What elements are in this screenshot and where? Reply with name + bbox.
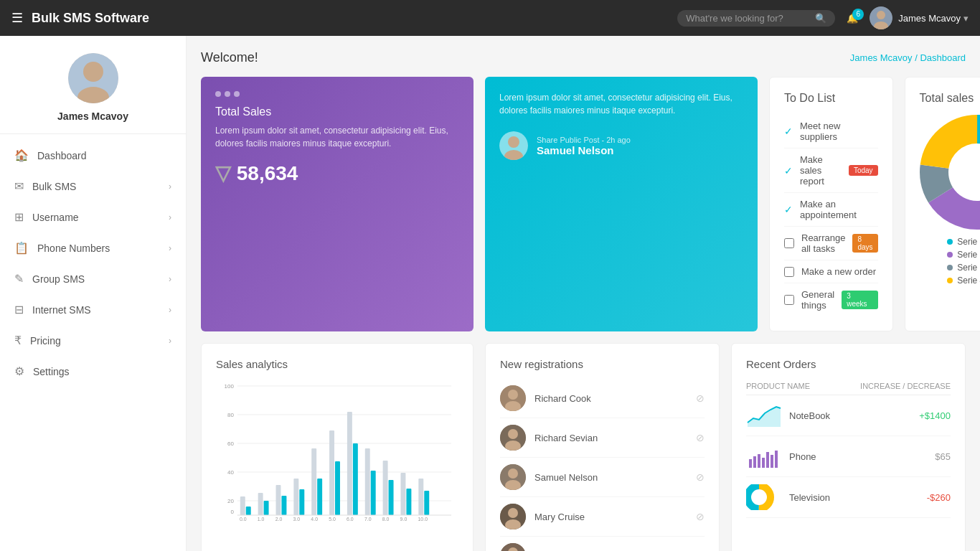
- svg-rect-44: [406, 489, 411, 515]
- post-card: Lorem ipsum dolor sit amet, consectetur …: [485, 77, 758, 331]
- header-username: James Mcavoy: [898, 13, 961, 24]
- svg-rect-38: [353, 443, 358, 515]
- check-icon: ✓: [784, 204, 793, 215]
- svg-text:10.0: 10.0: [418, 517, 428, 522]
- sidebar-label-bulk-sms: Bulk SMS: [32, 181, 169, 192]
- svg-text:5.0: 5.0: [329, 517, 336, 522]
- registrations-title: New registrations: [500, 358, 705, 370]
- svg-point-60: [508, 390, 518, 400]
- post-user: Share Public Post - 2h ago Samuel Nelson: [499, 131, 743, 160]
- registrations-card: New registrations Richard Cook ⊘ Richard…: [485, 343, 720, 551]
- col-change-header: INCREASE / DECREASE: [860, 382, 951, 390]
- reg-name-1: Richard Cook: [534, 393, 687, 404]
- legend-serie4: Serie 4: 23%: [947, 276, 980, 286]
- svg-rect-29: [276, 485, 281, 515]
- svg-text:40: 40: [227, 469, 234, 476]
- sidebar-item-internet-sms[interactable]: ⊟ Internet SMS ›: [0, 294, 186, 325]
- order-name-3: Television: [789, 492, 920, 503]
- todo-checkbox-4[interactable]: [784, 238, 794, 248]
- search-input[interactable]: [686, 13, 815, 24]
- sidebar-item-dashboard[interactable]: 🏠 Dashboard: [0, 140, 186, 171]
- legend-label-4: Serie 4: 23%: [957, 276, 980, 286]
- sales-chart-title: Total sales: [920, 92, 980, 105]
- dot-3: [234, 91, 240, 97]
- svg-text:4.0: 4.0: [311, 517, 318, 522]
- sidebar-label-group-sms: Group SMS: [32, 273, 169, 285]
- sidebar-item-phone-numbers[interactable]: 📋 Phone Numbers ›: [0, 232, 186, 263]
- notification-bell[interactable]: 🔔 6: [847, 13, 858, 24]
- orders-header: PRODUCT NAME INCREASE / DECREASE: [746, 377, 951, 395]
- internet-sms-icon: ⊟: [14, 303, 24, 316]
- sidebar-label-pricing: Pricing: [30, 335, 169, 347]
- svg-text:0.0: 0.0: [240, 517, 247, 522]
- user-menu[interactable]: James Mcavoy ▾: [870, 6, 969, 29]
- reg-action-icon-4[interactable]: ⊘: [696, 511, 705, 522]
- analytics-card: Sales analytics 100 80 60 40: [201, 343, 473, 551]
- todo-item-1: ✓ Meet new suppliers: [784, 115, 878, 149]
- total-sales-chart-card: Total sales ⚙ Ser: [905, 77, 980, 331]
- sidebar-item-username[interactable]: ⊞ Username ›: [0, 202, 186, 232]
- todo-text-5: Make a new order: [801, 266, 878, 277]
- pricing-icon: ₹: [14, 334, 22, 347]
- sidebar-username: James Mcavoy: [57, 110, 128, 122]
- svg-point-1: [877, 11, 885, 19]
- legend-dot-4: [947, 278, 953, 283]
- legend-label-3: Serie 3: 11%: [957, 263, 980, 273]
- reg-action-icon-2[interactable]: ⊘: [696, 432, 705, 443]
- reg-name-4: Mary Cruise: [534, 512, 687, 522]
- reg-avatar-5: [500, 543, 526, 551]
- sidebar-item-bulk-sms[interactable]: ✉ Bulk SMS ›: [0, 171, 186, 202]
- check-icon: ✓: [784, 126, 793, 137]
- sidebar-profile: James Mcavoy: [0, 36, 186, 134]
- svg-point-84: [748, 486, 771, 509]
- legend-dot-3: [947, 265, 953, 270]
- header: ☰ Bulk SMS Software 🔍 🔔 6 James Mcavoy ▾: [0, 0, 980, 36]
- sidebar-item-settings[interactable]: ⚙ Settings: [0, 356, 186, 387]
- order-chart-tv: [746, 484, 782, 510]
- legend-serie2: Serie 2: 21%: [947, 250, 980, 260]
- svg-rect-27: [258, 493, 263, 515]
- hamburger-icon[interactable]: ☰: [11, 10, 23, 26]
- breadcrumb-user: James Mcavoy: [850, 52, 913, 63]
- svg-point-63: [508, 429, 518, 439]
- card-dots: [215, 91, 459, 97]
- welcome-heading: Welcome!: [201, 50, 258, 65]
- reg-name-2: Richard Sevian: [534, 433, 687, 443]
- todo-text-3: Make an appointement: [800, 199, 878, 220]
- svg-rect-39: [365, 448, 370, 515]
- reg-action-icon-1[interactable]: ⊘: [696, 392, 705, 404]
- svg-point-4: [83, 62, 103, 82]
- bottom-row: Sales analytics 100 80 60 40: [201, 343, 966, 551]
- col-product-header: PRODUCT NAME: [746, 382, 853, 390]
- todo-item-5: Make a new order: [784, 260, 878, 283]
- sidebar-item-group-sms[interactable]: ✎ Group SMS ›: [0, 263, 186, 294]
- todo-checkbox-6[interactable]: [784, 295, 794, 305]
- svg-rect-34: [317, 479, 322, 515]
- svg-rect-80: [771, 455, 773, 468]
- svg-rect-76: [753, 456, 756, 468]
- todo-badge-days: 8 days: [852, 234, 877, 253]
- pie-legend: Serie 1: 45% Serie 2: 21% Serie 3: 11%: [947, 237, 980, 288]
- phone-numbers-icon: 📋: [14, 241, 29, 255]
- search-icon[interactable]: 🔍: [815, 13, 826, 24]
- svg-text:6.0: 6.0: [347, 517, 354, 522]
- svg-rect-81: [775, 451, 778, 468]
- bar-chart: 100 80 60 40 20 0: [216, 379, 458, 522]
- todo-item-3: ✓ Make an appointement: [784, 193, 878, 227]
- breadcrumb-page: Dashboard: [920, 52, 966, 63]
- bar-chart-svg: 100 80 60 40 20 0: [216, 379, 458, 522]
- reg-action-icon-3[interactable]: ⊘: [696, 471, 705, 483]
- sidebar-item-pricing[interactable]: ₹ Pricing ›: [0, 325, 186, 356]
- svg-text:9.0: 9.0: [400, 517, 407, 522]
- reg-avatar-3: [500, 464, 526, 490]
- svg-rect-26: [246, 507, 251, 515]
- chevron-right-icon: ›: [169, 212, 171, 222]
- todo-checkbox-5[interactable]: [784, 267, 794, 277]
- svg-text:7.0: 7.0: [364, 517, 372, 522]
- todo-item-4: Rearrange all tasks 8 days: [784, 227, 878, 260]
- breadcrumb-path: James Mcavoy / Dashboard: [850, 52, 966, 63]
- svg-rect-30: [281, 496, 286, 515]
- breadcrumb: Welcome! James Mcavoy / Dashboard: [201, 50, 966, 65]
- todo-badge-weeks: 3 weeks: [842, 291, 877, 309]
- svg-rect-36: [335, 461, 340, 515]
